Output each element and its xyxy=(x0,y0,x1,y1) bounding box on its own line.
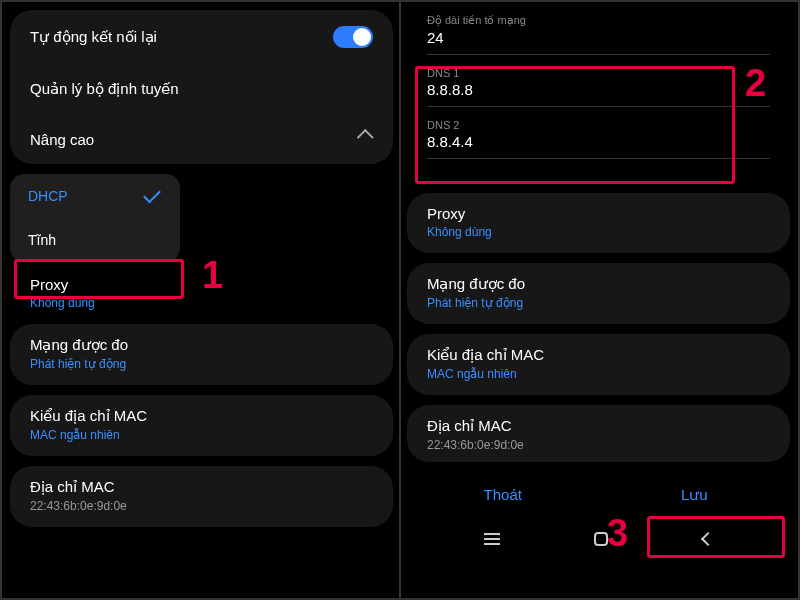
mac-addr-value-r: 22:43:6b:0e:9d:0e xyxy=(427,438,770,452)
mac-addr-row-r: Địa chỉ MAC 22:43:6b:0e:9d:0e xyxy=(407,405,790,462)
home-icon[interactable] xyxy=(594,532,608,546)
fields-card: Độ dài tiền tố mạng 24 DNS 1 8.8.8.8 DNS… xyxy=(407,10,790,159)
mac-type-value-r: MAC ngẫu nhiên xyxy=(427,367,770,381)
dns1-label: DNS 1 xyxy=(427,67,770,79)
prefix-label: Độ dài tiền tố mạng xyxy=(427,14,770,27)
metered-row-r[interactable]: Mạng được đo Phát hiện tự động xyxy=(407,263,790,324)
proxy-label-r: Proxy xyxy=(427,205,770,222)
back-icon[interactable] xyxy=(701,532,715,546)
mac-addr-card: Địa chỉ MAC 22:43:6b:0e:9d:0e xyxy=(10,466,393,527)
proxy-row-r[interactable]: Proxy Không dùng xyxy=(407,193,790,253)
metered-value-r: Phát hiện tự động xyxy=(427,296,770,310)
proxy-value-r: Không dùng xyxy=(427,225,770,239)
prefix-value: 24 xyxy=(427,29,770,46)
recents-icon[interactable] xyxy=(484,538,500,540)
dhcp-label: DHCP xyxy=(28,188,68,204)
metered-card: Mạng được đo Phát hiện tự động xyxy=(10,324,393,385)
mac-type-value: MAC ngẫu nhiên xyxy=(30,428,373,442)
ip-type-dropdown: DHCP Tĩnh xyxy=(10,174,180,262)
tinh-label: Tĩnh xyxy=(28,232,56,248)
mac-type-card: Kiểu địa chỉ MAC MAC ngẫu nhiên xyxy=(10,395,393,456)
metered-card-r: Mạng được đo Phát hiện tự động xyxy=(407,263,790,324)
mac-type-row-r[interactable]: Kiểu địa chỉ MAC MAC ngẫu nhiên xyxy=(407,334,790,395)
mac-type-label-r: Kiểu địa chỉ MAC xyxy=(427,346,770,364)
dns2-row[interactable]: DNS 2 8.8.4.4 xyxy=(421,107,776,158)
dns1-row[interactable]: DNS 1 8.8.8.8 xyxy=(421,55,776,106)
check-icon xyxy=(144,190,162,202)
prefix-row[interactable]: Độ dài tiền tố mạng 24 xyxy=(421,10,776,54)
metered-value: Phát hiện tự động xyxy=(30,357,373,371)
dns1-value: 8.8.8.8 xyxy=(427,81,770,98)
auto-reconnect-row[interactable]: Tự động kết nối lại xyxy=(10,10,393,64)
save-button[interactable]: Lưu xyxy=(599,472,791,518)
router-mgmt-row[interactable]: Quản lý bộ định tuyến xyxy=(10,64,393,114)
dropdown-option-static[interactable]: Tĩnh xyxy=(10,218,180,262)
proxy-card-r: Proxy Không dùng xyxy=(407,193,790,253)
chevron-up-icon xyxy=(355,130,373,148)
mac-addr-value: 22:43:6b:0e:9d:0e xyxy=(30,499,373,513)
mac-addr-label-r: Địa chỉ MAC xyxy=(427,417,770,435)
nav-bar xyxy=(407,522,790,552)
left-screenshot: Tự động kết nối lại Quản lý bộ định tuyế… xyxy=(2,2,399,598)
advanced-row[interactable]: Nâng cao xyxy=(10,114,393,164)
mac-addr-card-r: Địa chỉ MAC 22:43:6b:0e:9d:0e xyxy=(407,405,790,462)
proxy-label: Proxy xyxy=(30,276,373,293)
mac-type-label: Kiểu địa chỉ MAC xyxy=(30,407,373,425)
cancel-button[interactable]: Thoát xyxy=(407,472,599,518)
mac-addr-label: Địa chỉ MAC xyxy=(30,478,373,496)
mac-addr-row: Địa chỉ MAC 22:43:6b:0e:9d:0e xyxy=(10,466,393,527)
router-mgmt-label: Quản lý bộ định tuyến xyxy=(30,80,179,98)
dropdown-option-dhcp[interactable]: DHCP xyxy=(10,174,180,218)
metered-row[interactable]: Mạng được đo Phát hiện tự động xyxy=(10,324,393,385)
proxy-row[interactable]: Proxy Không dùng xyxy=(10,276,393,324)
mac-type-row[interactable]: Kiểu địa chỉ MAC MAC ngẫu nhiên xyxy=(10,395,393,456)
mac-type-card-r: Kiểu địa chỉ MAC MAC ngẫu nhiên xyxy=(407,334,790,395)
proxy-block: Proxy Không dùng xyxy=(10,272,393,324)
dns2-value: 8.8.4.4 xyxy=(427,133,770,150)
metered-label: Mạng được đo xyxy=(30,336,373,354)
toggle-icon[interactable] xyxy=(333,26,373,48)
auto-reconnect-label: Tự động kết nối lại xyxy=(30,28,157,46)
settings-card-top: Tự động kết nối lại Quản lý bộ định tuyế… xyxy=(10,10,393,164)
action-bar: Thoát Lưu xyxy=(407,466,790,522)
proxy-value: Không dùng xyxy=(30,296,373,310)
dns2-label: DNS 2 xyxy=(427,119,770,131)
right-screenshot: Độ dài tiền tố mạng 24 DNS 1 8.8.8.8 DNS… xyxy=(401,2,798,598)
metered-label-r: Mạng được đo xyxy=(427,275,770,293)
advanced-label: Nâng cao xyxy=(30,131,94,148)
